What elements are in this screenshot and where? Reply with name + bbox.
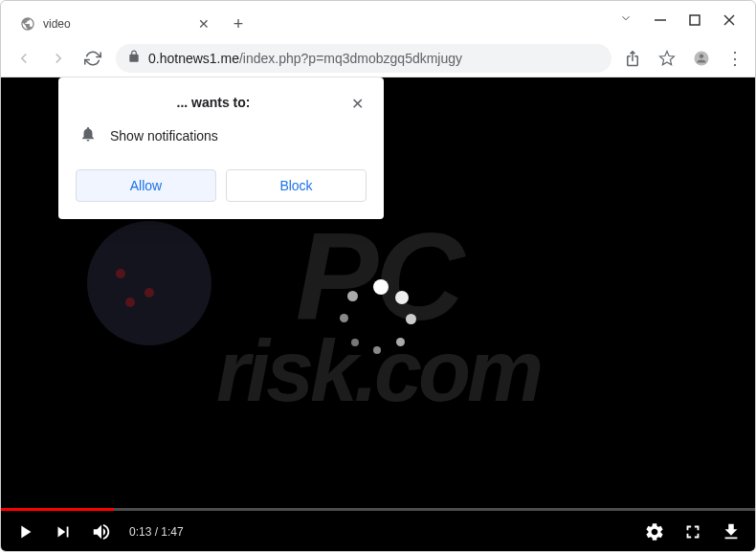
browser-tab[interactable]: video ✕	[11, 9, 221, 39]
svg-rect-1	[690, 15, 700, 25]
back-button[interactable]	[12, 47, 35, 70]
menu-icon[interactable]: ⋮	[726, 48, 744, 69]
lock-icon	[127, 50, 141, 66]
settings-icon[interactable]	[644, 521, 665, 542]
block-button[interactable]: Block	[226, 169, 367, 202]
profile-icon[interactable]	[692, 49, 711, 68]
title-bar: video ✕ +	[1, 1, 755, 39]
permission-title: ... wants to:	[76, 95, 351, 110]
allow-button[interactable]: Allow	[76, 169, 216, 202]
loading-spinner-icon	[340, 277, 416, 354]
toolbar-right-icons: ⋮	[623, 48, 744, 69]
tab-title: video	[43, 17, 189, 31]
play-button[interactable]	[14, 521, 35, 542]
url-text: 0.hotnews1.me/index.php?p=mq3dmobzgq5dkm…	[148, 51, 462, 66]
maximize-button[interactable]	[688, 13, 701, 27]
download-icon[interactable]	[721, 521, 742, 542]
tab-strip: video ✕ +	[1, 1, 610, 39]
bell-icon	[79, 125, 97, 146]
watermark-circle	[87, 221, 211, 345]
globe-icon	[20, 16, 35, 32]
new-tab-button[interactable]: +	[225, 11, 252, 37]
minimize-button[interactable]	[654, 13, 667, 27]
star-icon[interactable]	[657, 49, 677, 68]
forward-button[interactable]	[47, 47, 70, 70]
browser-toolbar: 0.hotnews1.me/index.php?p=mq3dmobzgq5dkm…	[1, 39, 755, 77]
close-tab-icon[interactable]: ✕	[196, 16, 211, 32]
page-content: PCrisk.com ... wants to: ✕ Show notifica…	[1, 77, 755, 552]
fullscreen-icon[interactable]	[682, 521, 703, 542]
window-controls	[610, 1, 755, 39]
next-button[interactable]	[53, 521, 74, 542]
close-window-button[interactable]	[723, 13, 736, 27]
volume-button[interactable]	[91, 521, 112, 542]
close-dialog-icon[interactable]: ✕	[351, 95, 367, 110]
video-controls: 0:13 / 1:47	[1, 511, 755, 552]
address-bar[interactable]: 0.hotnews1.me/index.php?p=mq3dmobzgq5dkm…	[116, 44, 611, 73]
video-time-display: 0:13 / 1:47	[129, 525, 184, 539]
reload-button[interactable]	[81, 47, 104, 70]
permission-message: Show notifications	[110, 128, 218, 144]
notification-permission-dialog: ... wants to: ✕ Show notifications Allow…	[58, 77, 384, 219]
share-icon[interactable]	[623, 49, 642, 68]
chevron-down-icon[interactable]	[619, 11, 633, 29]
